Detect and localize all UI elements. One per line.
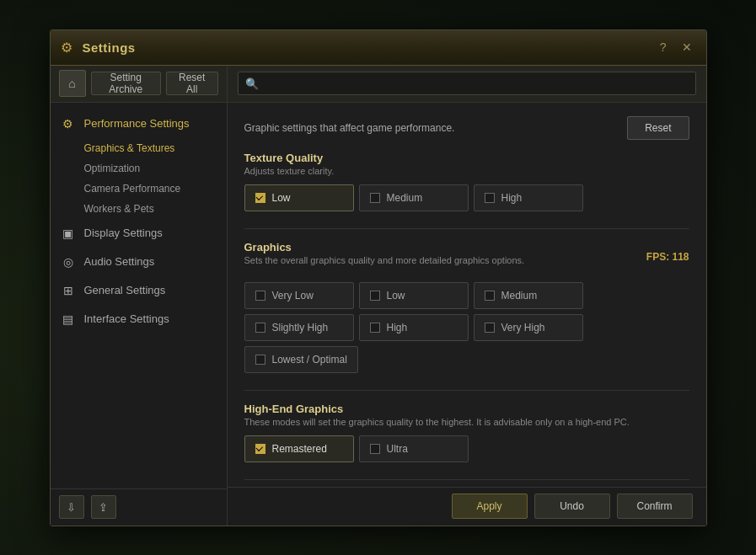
high-end-title: High-End Graphics <box>244 403 689 415</box>
sidebar-item-label: General Settings <box>84 284 166 296</box>
performance-icon: ⚙ <box>61 116 76 131</box>
sidebar-bottom: ⇩ ⇪ <box>51 488 227 526</box>
texture-high-button[interactable]: High <box>474 184 583 211</box>
remastered-label: Remastered <box>272 443 327 455</box>
sidebar-item-audio[interactable]: ◎ Audio Settings <box>51 248 227 276</box>
ultra-checkbox <box>370 444 380 454</box>
help-button[interactable]: ? <box>656 39 671 56</box>
home-button[interactable]: ⌂ <box>59 70 86 97</box>
reset-all-button[interactable]: Reset All <box>166 72 218 95</box>
sidebar-sub-optimization[interactable]: Optimization <box>51 158 227 179</box>
texture-quality-block: Texture Quality Adjusts texture clarity.… <box>244 152 689 211</box>
high-end-graphics-block: High-End Graphics These modes will set t… <box>244 403 689 462</box>
home-icon: ⌂ <box>68 77 75 90</box>
sidebar-sub-camera[interactable]: Camera Performance <box>51 179 227 199</box>
sidebar-item-label: Display Settings <box>84 227 163 239</box>
settings-gear-icon: ⚙ <box>61 40 76 55</box>
apply-button[interactable]: Apply <box>452 494 528 519</box>
graphics-high-label: High <box>387 322 408 334</box>
texture-medium-label: Medium <box>387 192 423 204</box>
download-button[interactable]: ⇩ <box>59 495 84 519</box>
main-toolbar: 🔍 <box>228 66 706 103</box>
sidebar-sub-graphics[interactable]: Graphics & Textures <box>51 138 227 158</box>
graphics-title-row: Graphics Sets the overall graphics quali… <box>244 241 689 274</box>
ultra-button[interactable]: Ultra <box>359 435 469 462</box>
texture-high-checkbox <box>485 193 495 203</box>
graphics-high-checkbox <box>370 323 380 333</box>
section-description: Graphic settings that affect game perfor… <box>244 122 455 134</box>
graphics-low-label: Low <box>387 290 405 302</box>
texture-low-button[interactable]: Low <box>244 184 354 211</box>
graphics-medium-button[interactable]: Medium <box>474 282 583 309</box>
sidebar-item-label: Audio Settings <box>84 255 155 268</box>
graphics-very-high-checkbox <box>485 323 495 333</box>
high-end-options: Remastered Ultra <box>244 435 689 462</box>
graphics-options: Very Low Low Medium Slightly High <box>244 282 689 373</box>
sidebar-item-label: Interface Settings <box>84 312 169 325</box>
main-content: 🔍 Graphic settings that affect game perf… <box>228 66 706 526</box>
high-end-subtitle: These modes will set the graphics qualit… <box>244 417 689 427</box>
fps-label: FPS: 118 <box>646 251 689 263</box>
graphics-low-button[interactable]: Low <box>359 282 469 309</box>
graphics-medium-checkbox <box>485 291 495 301</box>
reset-button[interactable]: Reset <box>627 116 689 140</box>
graphics-lowest-optimal-label: Lowest / Optimal <box>272 354 347 366</box>
graphics-low-checkbox <box>370 291 380 301</box>
title-bar-buttons: ? ✕ <box>656 39 696 56</box>
sidebar-item-display[interactable]: ▣ Display Settings <box>51 219 227 248</box>
graphics-subtitle: Sets the overall graphics quality and mo… <box>244 255 525 265</box>
texture-medium-checkbox <box>370 193 380 203</box>
graphics-slightly-high-checkbox <box>255 323 265 333</box>
sidebar-sub-workers[interactable]: Workers & Pets <box>51 199 227 219</box>
graphics-very-high-label: Very High <box>501 322 545 334</box>
settings-window: ⚙ Settings ? ✕ ⌂ Setting Archive Reset A… <box>50 29 707 526</box>
divider-1 <box>244 228 689 229</box>
search-input[interactable] <box>264 77 689 89</box>
footer: Apply Undo Confirm <box>228 487 706 526</box>
search-icon: 🔍 <box>245 77 259 90</box>
window-body: ⌂ Setting Archive Reset All ⚙ Performanc… <box>51 66 706 526</box>
graphics-slightly-high-button[interactable]: Slightly High <box>244 314 354 341</box>
graphics-medium-label: Medium <box>501 290 538 302</box>
search-box: 🔍 <box>238 72 696 95</box>
setting-archive-button[interactable]: Setting Archive <box>91 72 161 95</box>
graphics-lowest-optimal-button[interactable]: Lowest / Optimal <box>244 346 358 373</box>
sidebar-item-interface[interactable]: ▤ Interface Settings <box>51 305 227 334</box>
sidebar-item-general[interactable]: ⊞ General Settings <box>51 276 227 305</box>
interface-icon: ▤ <box>61 312 76 327</box>
graphics-high-button[interactable]: High <box>359 314 469 341</box>
texture-quality-options: Low Medium High <box>244 184 689 211</box>
display-icon: ▣ <box>61 226 76 241</box>
close-button[interactable]: ✕ <box>678 39 696 56</box>
remastered-checkbox <box>255 444 265 454</box>
graphics-very-high-button[interactable]: Very High <box>474 314 583 341</box>
upload-button[interactable]: ⇪ <box>91 495 116 519</box>
confirm-button[interactable]: Confirm <box>617 494 693 519</box>
graphics-title: Graphics <box>244 241 525 253</box>
remastered-button[interactable]: Remastered <box>244 435 354 462</box>
sidebar-nav: ⚙ Performance Settings Graphics & Textur… <box>51 103 227 488</box>
audio-icon: ◎ <box>61 254 76 269</box>
ultra-label: Ultra <box>387 443 408 455</box>
graphics-very-low-checkbox <box>255 291 265 301</box>
divider-2 <box>244 390 689 391</box>
top-bar-buttons: Setting Archive Reset All <box>91 72 218 95</box>
texture-quality-title: Texture Quality <box>244 152 689 164</box>
graphics-very-low-label: Very Low <box>272 290 314 302</box>
content-area: Graphic settings that affect game perfor… <box>228 103 706 487</box>
graphics-very-low-button[interactable]: Very Low <box>244 282 354 309</box>
texture-low-label: Low <box>272 192 291 204</box>
texture-quality-subtitle: Adjusts texture clarity. <box>244 166 689 176</box>
window-title: Settings <box>83 40 656 55</box>
sidebar: ⌂ Setting Archive Reset All ⚙ Performanc… <box>51 66 228 526</box>
sidebar-item-label: Performance Settings <box>84 117 190 130</box>
texture-high-label: High <box>501 192 523 204</box>
sidebar-item-performance[interactable]: ⚙ Performance Settings <box>51 109 227 138</box>
section-header: Graphic settings that affect game perfor… <box>244 116 689 140</box>
graphics-slightly-high-label: Slightly High <box>272 322 329 334</box>
graphics-block: Graphics Sets the overall graphics quali… <box>244 241 689 373</box>
undo-button[interactable]: Undo <box>534 494 610 519</box>
texture-low-checkbox <box>255 193 265 203</box>
texture-medium-button[interactable]: Medium <box>359 184 469 211</box>
general-icon: ⊞ <box>61 283 76 298</box>
